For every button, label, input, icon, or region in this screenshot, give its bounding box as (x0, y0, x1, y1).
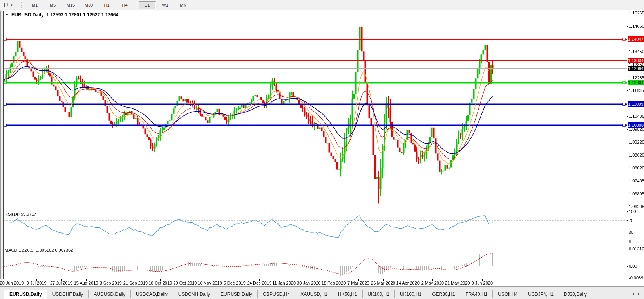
timeframe-button-m1[interactable]: M1 (26, 1, 43, 9)
toolbar-separator (16, 2, 16, 9)
toolbar-grip[interactable] (21, 2, 24, 8)
symbol-tab-uk100-h1[interactable]: UK100,H1 (394, 290, 427, 298)
symbol-tab-usdcad-daily[interactable]: USDCAD,Daily (130, 290, 173, 298)
chart-canvas[interactable] (0, 10, 644, 299)
timeframe-button-w1[interactable]: W1 (157, 1, 174, 9)
symbol-tab-xauusd-h1[interactable]: XAUUSD,H1 (295, 290, 333, 298)
timeframe-button-h1[interactable]: H1 (98, 1, 116, 9)
tab-scroll-right-icon[interactable]: ▸ (638, 291, 640, 296)
symbol-tab-eurusd-daily[interactable]: EURUSD,Daily (215, 290, 257, 298)
symbol-dropdown-icon[interactable]: ▼ (5, 13, 9, 17)
symbol-tab-hk50-h1[interactable]: HK50,H1 (333, 290, 362, 298)
trading-terminal: ▾ M1M5M15M30H1H4D1W1MN ▼ EURUSD,Daily 1.… (0, 0, 644, 299)
symbol-tab-ger30-h1[interactable]: GER30,H1 (427, 290, 460, 298)
chart-type-icon[interactable] (2, 2, 10, 9)
timeframe-button-m30[interactable]: M30 (80, 1, 98, 9)
symbol-tab-eurusd-daily[interactable]: EURUSD,Daily (4, 290, 47, 299)
timeframe-button-mn[interactable]: MN (175, 1, 192, 9)
timeframe-button-d1[interactable]: D1 (139, 1, 156, 9)
symbol-tab-usdjpy-h1[interactable]: USDJPY,H1 (523, 290, 558, 298)
symbol-tab-audusd-daily[interactable]: AUDUSD,Daily (88, 290, 130, 298)
chart-window (0, 10, 644, 286)
symbol-tab-fra40-h1[interactable]: FRA40,H1 (460, 290, 492, 298)
symbol-tab-gbpusd-h4[interactable]: GBPUSD,H4 (257, 290, 295, 298)
chart-type-dropdown-icon[interactable]: ▾ (11, 3, 13, 7)
symbol-tab-uk100-h1[interactable]: UK100,H1 (362, 290, 394, 298)
symbol-tab-usoil-h4[interactable]: USOil,H4 (492, 290, 523, 298)
toolbar-separator (136, 2, 136, 9)
timeframe-toolbar: ▾ M1M5M15M30H1H4D1W1MN (0, 0, 644, 11)
timeframe-button-m15[interactable]: M15 (62, 1, 80, 9)
symbol-tab-bar: EURUSD,DailyUSDCHF,DailyAUDUSD,DailyUSDC… (0, 286, 644, 299)
timeframe-button-h4[interactable]: H4 (116, 1, 134, 9)
symbol-tab-usdchf-daily[interactable]: USDCHF,Daily (47, 290, 89, 298)
timeframe-button-m5[interactable]: M5 (44, 1, 62, 9)
symbol-tab-dj30-daily[interactable]: DJ30,Daily (559, 290, 592, 298)
symbol-tab-usdcnh-daily[interactable]: USDCNH,Daily (173, 290, 215, 298)
tab-scroll-left-icon[interactable]: ◂ (632, 291, 634, 296)
